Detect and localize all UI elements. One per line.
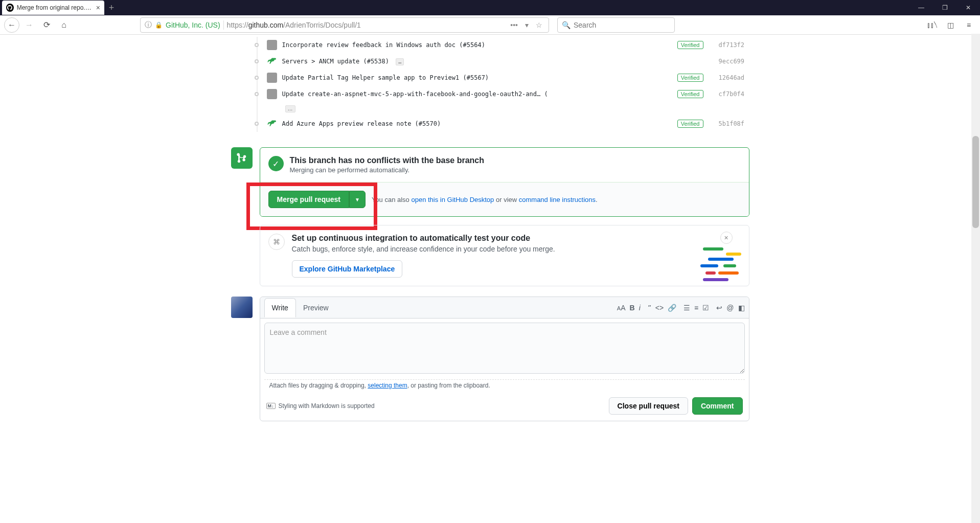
ci-title: Set up continuous integration to automat… <box>292 234 555 243</box>
close-pr-button[interactable]: Close pull request <box>609 397 688 415</box>
saved-reply-icon[interactable]: ◧ <box>738 304 745 312</box>
select-files-link[interactable]: selecting them <box>368 382 407 389</box>
commit-message[interactable]: Incorporate review feedback in Windows a… <box>282 41 677 49</box>
comment-section: Write Preview AA B i ˮ <> 🔗 ☰ ≡ <box>231 297 749 421</box>
commit-row: Update create-an-aspnet-mvc-5-app-with-f… <box>267 86 749 102</box>
window-maximize[interactable]: ❐ <box>933 0 956 15</box>
merge-section: ✓ This branch has no conflicts with the … <box>231 147 749 217</box>
merge-box: ✓ This branch has no conflicts with the … <box>260 147 749 217</box>
search-icon: 🔍 <box>562 21 571 29</box>
user-avatar[interactable] <box>231 297 253 318</box>
org-name: GitHub, Inc. (US) <box>166 21 220 29</box>
check-icon: ✓ <box>268 156 284 171</box>
tab-title: Merge from original repo. by A <box>17 4 92 11</box>
menu-icon[interactable]: ≡ <box>962 18 976 32</box>
url-text: https://github.com/AdrienTorris/Docs/pul… <box>227 21 361 29</box>
address-bar[interactable]: ⓘ 🔒 GitHub, Inc. (US) https://github.com… <box>140 17 549 33</box>
bookmark-star-icon[interactable]: ☆ <box>534 21 544 29</box>
dismiss-ci-button[interactable]: × <box>720 232 733 244</box>
markdown-hint[interactable]: M↓ Styling with Markdown is supported <box>266 402 375 410</box>
bold-icon[interactable]: B <box>630 304 635 312</box>
window-minimize[interactable]: — <box>909 0 933 15</box>
svg-rect-5 <box>705 271 716 275</box>
site-info-icon[interactable]: ⓘ <box>145 20 152 30</box>
comment-tabs: Write Preview AA B i ˮ <> 🔗 ☰ ≡ <box>260 297 749 319</box>
cli-instructions-link[interactable]: command line instructions <box>519 196 596 203</box>
expand-msg-button[interactable]: … <box>285 105 295 112</box>
quote-icon[interactable]: ˮ <box>648 304 651 312</box>
merge-button-group: Merge pull request ▼ <box>268 191 366 208</box>
home-button[interactable]: ⌂ <box>56 17 72 33</box>
link-icon[interactable]: 🔗 <box>668 304 676 312</box>
search-bar[interactable]: 🔍 <box>557 17 675 33</box>
svg-rect-3 <box>700 264 718 267</box>
tab-close-icon[interactable]: × <box>96 4 100 12</box>
reply-icon[interactable]: ↩ <box>716 304 722 312</box>
svg-rect-7 <box>703 278 728 281</box>
merge-icon <box>231 147 253 169</box>
commit-sha[interactable]: df713f2 <box>719 41 749 49</box>
heading-icon[interactable]: AA <box>617 304 626 312</box>
task-icon[interactable]: ☑ <box>702 304 709 312</box>
commit-row: Add Azure Apps preview release note (#55… <box>267 116 749 132</box>
expand-msg-button[interactable]: … <box>396 58 404 65</box>
open-desktop-link[interactable]: open this in GitHub Desktop <box>411 196 494 203</box>
window-close[interactable]: ✕ <box>956 0 980 15</box>
scrollbar[interactable] <box>971 34 980 421</box>
pocket-icon[interactable]: ▾ <box>523 21 531 29</box>
author-avatar[interactable] <box>267 89 277 99</box>
author-avatar[interactable] <box>267 56 277 66</box>
merge-status-subtitle: Merging can be performed automatically. <box>290 166 485 174</box>
author-avatar[interactable] <box>267 40 277 50</box>
commit-message[interactable]: Add Azure Apps preview release note (#55… <box>282 120 677 127</box>
commit-message[interactable]: Servers > ANCM update (#5538) … <box>282 58 673 65</box>
author-avatar[interactable] <box>267 119 277 129</box>
library-icon[interactable]: ⫿⫿⧹ <box>925 18 939 32</box>
ul-icon[interactable]: ☰ <box>683 304 690 312</box>
window-titlebar: Merge from original repo. by A × + — ❐ ✕ <box>0 0 980 15</box>
svg-rect-2 <box>708 258 734 261</box>
scrollbar-thumb[interactable] <box>972 136 979 228</box>
commit-sha[interactable]: 12646ad <box>719 74 749 81</box>
commit-row-continuation: … <box>267 102 749 116</box>
page-actions-icon[interactable]: ••• <box>508 21 520 29</box>
comment-textarea[interactable] <box>264 323 745 374</box>
comment-box: Write Preview AA B i ˮ <> 🔗 ☰ ≡ <box>260 297 749 421</box>
reload-button[interactable]: ⟳ <box>39 17 54 33</box>
commit-sha[interactable]: cf7b0f4 <box>719 90 749 98</box>
separator <box>223 20 224 30</box>
attach-hint: Attach files by dragging & dropping, sel… <box>264 379 745 393</box>
merge-status-title: This branch has no conflicts with the ba… <box>290 156 485 165</box>
code-icon[interactable]: <> <box>655 304 664 312</box>
comment-footer: M↓ Styling with Markdown is supported Cl… <box>260 393 749 421</box>
browser-tab[interactable]: Merge from original repo. by A × <box>2 1 104 15</box>
preview-tab[interactable]: Preview <box>296 299 336 317</box>
ol-icon[interactable]: ≡ <box>694 304 698 312</box>
merge-status: ✓ This branch has no conflicts with the … <box>260 148 749 182</box>
commit-message[interactable]: Update Partial Tag Helper sample app to … <box>282 74 677 81</box>
verified-badge[interactable]: Verified <box>677 41 703 49</box>
commit-sha[interactable]: 5b1f08f <box>719 120 749 127</box>
page-content: Incorporate review feedback in Windows a… <box>231 35 749 421</box>
merge-pull-request-button[interactable]: Merge pull request <box>268 191 349 208</box>
comment-button[interactable]: Comment <box>692 397 743 415</box>
verified-badge[interactable]: Verified <box>677 90 703 98</box>
verified-badge[interactable]: Verified <box>677 74 703 82</box>
timeline-dot <box>255 43 259 47</box>
new-tab-button[interactable]: + <box>104 3 119 13</box>
ci-suggestion-box: ⌘ Set up continuous integration to autom… <box>260 225 749 286</box>
commit-sha[interactable]: 9ecc699 <box>719 58 749 65</box>
mention-icon[interactable]: @ <box>726 304 734 312</box>
author-avatar[interactable] <box>267 73 277 83</box>
verified-badge[interactable]: Verified <box>677 120 703 128</box>
github-favicon <box>6 4 14 12</box>
merge-dropdown-button[interactable]: ▼ <box>349 191 366 208</box>
back-button[interactable]: ← <box>4 17 19 33</box>
svg-rect-0 <box>703 247 723 251</box>
italic-icon[interactable]: i <box>639 304 641 312</box>
commit-message[interactable]: Update create-an-aspnet-mvc-5-app-with-f… <box>282 90 677 98</box>
search-input[interactable] <box>574 21 670 29</box>
write-tab[interactable]: Write <box>264 298 296 317</box>
explore-marketplace-button[interactable]: Explore GitHub Marketplace <box>292 260 403 278</box>
sidebar-icon[interactable]: ◫ <box>943 18 958 32</box>
